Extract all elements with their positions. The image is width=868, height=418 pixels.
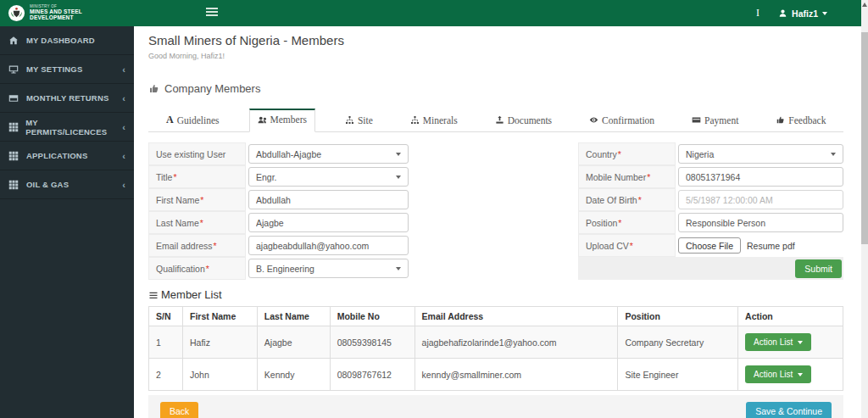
sidebar-toggle-hamburger-icon[interactable]	[206, 8, 218, 18]
tab-label: Confirmation	[602, 115, 654, 125]
action-list-button[interactable]: Action List	[745, 333, 811, 351]
label-use-existing-user: Use existing User	[148, 142, 246, 165]
member-list-header: Member List	[148, 288, 843, 301]
tab-feedback[interactable]: Feedback	[768, 109, 833, 132]
chevron-left-icon: ‹	[122, 180, 125, 190]
tab-bar: AGuidelinesMembersSiteMineralsDocumentsC…	[148, 108, 843, 132]
first-name-input[interactable]	[248, 190, 409, 209]
field-qualification: B. Engineering	[246, 257, 409, 280]
column-header: Action	[738, 307, 843, 326]
i-beam-icon[interactable]: I	[756, 7, 760, 20]
mobile-number-input[interactable]	[678, 167, 843, 187]
form-row-qualification: Qualification*B. Engineering	[148, 257, 409, 280]
form-left-column: Use existing UserAbdullah-AjagbeTitle*En…	[148, 142, 409, 280]
label-position: Position*	[578, 211, 676, 234]
action-list-label: Action List	[754, 370, 793, 379]
field-date-of-birth	[676, 188, 843, 211]
required-asterisk: *	[638, 195, 642, 205]
label-last-name: Last Name*	[148, 211, 246, 234]
brand-text: MINISTRY OF MINES AND STEEL DEVELOPMENT	[30, 5, 82, 20]
column-header: S/N	[149, 307, 183, 326]
table-cell: kenndy@smallminer.com	[415, 359, 618, 391]
selected-value: Abdullah-Ajagbe	[256, 149, 321, 159]
main-content: Small Miners of Nigeria - Members Good M…	[134, 26, 861, 418]
email-address-input[interactable]	[248, 236, 409, 255]
action-list-button[interactable]: Action List	[745, 365, 811, 383]
brand-line-3: DEVELOPMENT	[30, 15, 82, 21]
label-mobile-number: Mobile Number*	[578, 165, 676, 188]
page-title: Small Miners of Nigeria - Members	[148, 33, 843, 47]
qualification-select[interactable]: B. Engineering	[248, 259, 409, 278]
submit-button[interactable]: Submit	[795, 259, 842, 278]
selected-value: B. Engineering	[256, 264, 314, 274]
sidebar-item-my-permits-licences[interactable]: MY PERMITS/LICENCES‹	[0, 113, 134, 142]
back-button[interactable]: Back	[160, 402, 198, 418]
chevron-down-icon	[396, 176, 401, 179]
upload-cv-choose-file-button[interactable]: Choose File	[678, 237, 741, 254]
sidebar-item-applications[interactable]: APPLICATIONS‹	[0, 142, 134, 170]
user-menu[interactable]: Hafiz1	[778, 8, 827, 19]
field-last-name	[246, 211, 409, 234]
ministry-logo[interactable]: MINISTRY OF MINES AND STEEL DEVELOPMENT	[0, 4, 134, 22]
country-select[interactable]: Nigeria	[678, 144, 843, 164]
table-cell: Site Engineer	[618, 359, 738, 391]
field-country: Nigeria	[676, 142, 843, 165]
upload-cv-filename: Resume pdf	[747, 241, 795, 251]
sitemap-icon	[345, 115, 354, 125]
required-asterisk: *	[200, 218, 203, 228]
column-header: Position	[618, 307, 738, 326]
scrollbar-up-arrow-icon[interactable]	[862, 3, 867, 7]
applications-icon	[8, 151, 19, 161]
label-upload-cv: Upload CV*	[578, 234, 676, 257]
tab-payment[interactable]: Payment	[684, 109, 746, 132]
save-continue-button[interactable]: Save & Continue	[746, 402, 832, 418]
user-icon	[778, 8, 787, 18]
table-row: 2JohnKenndy08098767612kenndy@smallminer.…	[149, 359, 843, 391]
tab-confirmation[interactable]: Confirmation	[581, 109, 662, 132]
thumbs-up-icon	[776, 115, 785, 125]
tab-minerals[interactable]: Minerals	[403, 109, 465, 132]
table-cell: Kenndy	[257, 359, 330, 391]
use-existing-user-select[interactable]: Abdullah-Ajagbe	[248, 144, 409, 164]
section-title: Company Members	[164, 82, 260, 95]
action-list-label: Action List	[754, 337, 793, 347]
table-cell: 08098767612	[330, 359, 415, 391]
permits-icon	[8, 122, 19, 132]
form-row-country: Country*Nigeria	[578, 142, 843, 165]
tab-label: Guidelines	[177, 115, 220, 125]
tab-members[interactable]: Members	[249, 109, 315, 132]
date-of-birth-input[interactable]	[678, 190, 843, 209]
column-header: Email Address	[415, 307, 618, 326]
chevron-down-icon	[822, 12, 827, 15]
field-position	[676, 211, 843, 234]
form-row-last-name: Last Name*	[148, 211, 409, 234]
chevron-down-icon	[396, 267, 401, 270]
field-use-existing-user: Abdullah-Ajagbe	[246, 142, 409, 165]
dashboard-icon	[8, 36, 19, 46]
member-form: Use existing UserAbdullah-AjagbeTitle*En…	[148, 142, 843, 280]
tab-documents[interactable]: Documents	[487, 109, 559, 132]
table-header-row: S/NFirst NameLast NameMobile NoEmail Add…	[149, 307, 843, 326]
column-header: First Name	[182, 307, 257, 326]
field-mobile-number	[676, 165, 843, 188]
label-title: Title*	[148, 165, 246, 188]
sidebar-item-label: MY SETTINGS	[26, 64, 82, 74]
required-asterisk: *	[214, 241, 217, 251]
sidebar-item-my-settings[interactable]: MY SETTINGS‹	[0, 55, 134, 84]
last-name-input[interactable]	[248, 213, 409, 232]
top-header: MINISTRY OF MINES AND STEEL DEVELOPMENT …	[0, 0, 868, 26]
position-input[interactable]	[678, 213, 843, 232]
title-select[interactable]: Engr.	[248, 167, 409, 187]
list-icon	[148, 290, 159, 300]
table-cell-action: Action List	[738, 359, 843, 391]
sidebar-item-monthly-returns[interactable]: MONTHLY RETURNS‹	[0, 84, 134, 113]
selected-value: Engr.	[256, 172, 277, 182]
sidebar-item-my-dashboard[interactable]: MY DASHBOARD	[0, 26, 134, 55]
sidebar-item-oil-gas[interactable]: OIL & GAS‹	[0, 170, 134, 199]
label-first-name: First Name*	[148, 188, 246, 211]
user-menu-label: Hafiz1	[792, 8, 818, 19]
tab-site[interactable]: Site	[337, 109, 381, 132]
vertical-scrollbar[interactable]	[861, 0, 868, 418]
tab-guidelines[interactable]: AGuidelines	[159, 109, 227, 132]
scrollbar-thumb[interactable]	[861, 32, 868, 244]
